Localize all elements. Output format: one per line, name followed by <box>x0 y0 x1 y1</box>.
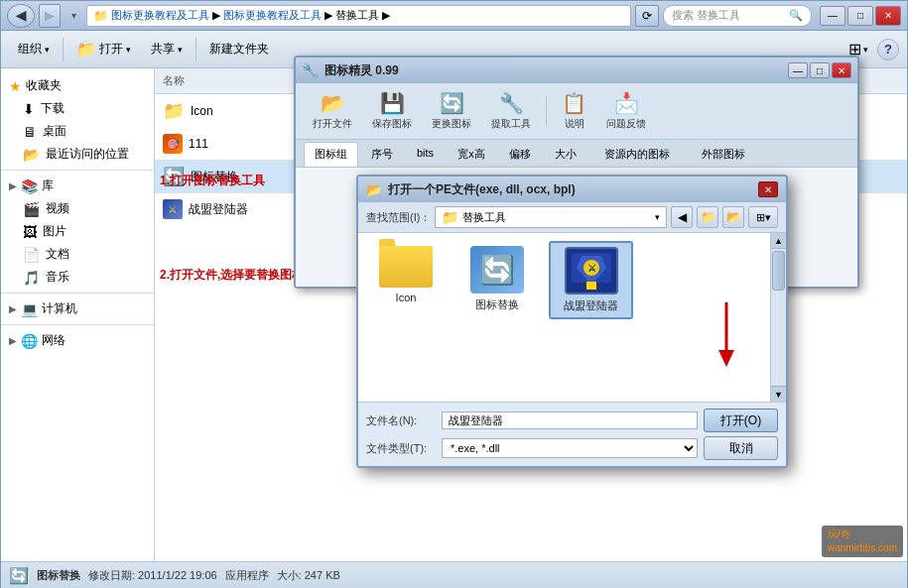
scrollbar-up[interactable]: ▲ <box>771 233 786 249</box>
help-button[interactable]: ? <box>877 39 899 60</box>
filetype-select[interactable]: *.exe, *.dll <box>442 438 698 458</box>
new-folder-button[interactable]: 新建文件夹 <box>200 36 278 62</box>
network-label: 网络 <box>42 332 65 349</box>
wiz-tool-feedback[interactable]: 📩 问题反馈 <box>597 87 655 135</box>
wizard-close[interactable]: ✕ <box>832 62 851 78</box>
breadcrumb: 📁 图标更换教程及工具 ▶ 图标更换教程及工具 ▶ 替换工具 ▶ <box>86 5 631 27</box>
icon-111: 🎯 <box>163 134 183 154</box>
dialog-scrollbar[interactable]: ▲ ▼ <box>770 233 786 402</box>
maximize-button[interactable]: □ <box>847 6 873 26</box>
library-section: ▶ 📚 库 🎬 视频 🖼 图片 📄 文档 🎵 <box>1 175 154 289</box>
file-dialog-title: 打开一个PE文件(exe, dll, ocx, bpl) <box>388 181 758 198</box>
dialog-nav-up[interactable]: 📁 <box>697 206 718 228</box>
wiz-save-icon: 💾 <box>380 91 405 115</box>
favorites-header[interactable]: ★ 收藏夹 <box>1 74 154 97</box>
breadcrumb-segment-1[interactable]: 图标更换教程及工具 <box>111 8 209 23</box>
wiz-tab-1[interactable]: 序号 <box>360 142 404 167</box>
folder-icon-icon: 📁 <box>163 100 185 122</box>
dialog-file-game[interactable]: ⚔ 战盟登陆器 <box>549 241 633 319</box>
wiz-tab-5[interactable]: 大小 <box>544 142 587 167</box>
library-expand-icon: ▶ <box>9 180 17 191</box>
wiz-tool-open[interactable]: 📂 打开文件 <box>304 87 361 135</box>
sidebar-divider-3 <box>1 324 154 325</box>
open-button[interactable]: 📁 打开 ▾ <box>67 35 140 63</box>
sidebar-item-video[interactable]: 🎬 视频 <box>1 197 154 220</box>
filename-input[interactable] <box>442 412 698 429</box>
scrollbar-down[interactable]: ▼ <box>771 386 786 402</box>
refresh-button[interactable]: ⟳ <box>635 5 659 27</box>
sidebar-item-desktop[interactable]: 🖥 桌面 <box>1 120 154 143</box>
wiz-tab-6[interactable]: 资源内的图标 <box>589 142 685 167</box>
wizard-title-text: 图标精灵 0.99 <box>324 62 788 79</box>
wiz-extract-label: 提取工具 <box>491 117 531 131</box>
wiz-feedback-icon: 📩 <box>614 91 639 115</box>
main-window: ◀ ▶ ▾ 📁 图标更换教程及工具 ▶ 图标更换教程及工具 ▶ 替换工具 ▶ ⟳… <box>0 0 908 588</box>
wizard-maximize[interactable]: □ <box>810 62 830 78</box>
filename-label: 文件名(N): <box>366 413 436 428</box>
file-dialog-close[interactable]: ✕ <box>758 181 778 197</box>
network-header[interactable]: ▶ 🌐 网络 <box>1 329 154 352</box>
wiz-tool-save[interactable]: 💾 保存图标 <box>363 87 421 135</box>
nav-forward-button[interactable]: ▶ <box>39 4 61 28</box>
scrollbar-thumb[interactable] <box>772 251 785 291</box>
network-section: ▶ 🌐 网络 <box>1 329 154 352</box>
wizard-title-icon: 🔧 <box>302 62 319 78</box>
organize-button[interactable]: 组织 ▾ <box>9 36 59 62</box>
sidebar-item-document[interactable]: 📄 文档 <box>1 243 154 266</box>
computer-header[interactable]: ▶ 💻 计算机 <box>1 297 154 320</box>
dialog-nav-new[interactable]: 📂 <box>722 206 744 228</box>
minimize-button[interactable]: — <box>820 6 845 26</box>
open-action-button[interactable]: 打开(O) <box>704 409 778 432</box>
wiz-tool-extract[interactable]: 🔧 提取工具 <box>482 87 540 135</box>
svg-marker-11 <box>718 350 734 367</box>
wizard-titlebar: 🔧 图标精灵 0.99 — □ ✕ <box>296 58 857 83</box>
breadcrumb-segment-3[interactable]: 替换工具 <box>335 8 379 23</box>
view-dropdown-icon: ▾ <box>863 45 868 55</box>
status-name: 图标替换 <box>37 568 80 583</box>
dialog-view-select[interactable]: ⊞▾ <box>748 206 778 228</box>
wiz-tab-0[interactable]: 图标组 <box>304 142 358 167</box>
wiz-doc-label: 说明 <box>565 117 584 131</box>
share-button[interactable]: 共享 ▾ <box>142 36 192 62</box>
wizard-toolbar: 📂 打开文件 💾 保存图标 🔄 更换图标 🔧 提取工具 📋 说明 📩 <box>296 83 857 140</box>
cancel-button[interactable]: 取消 <box>704 436 778 460</box>
organize-dropdown-icon: ▾ <box>45 45 50 55</box>
watermark: 玩/奇 wanmirbbs.com <box>822 526 903 557</box>
sidebar-item-recent[interactable]: 📂 最近访问的位置 <box>1 143 154 166</box>
wiz-replace-icon: 🔄 <box>440 91 464 115</box>
wiz-tab-7[interactable]: 外部图标 <box>687 142 760 167</box>
dialog-file-icon-label: Icon <box>396 292 417 303</box>
open-label: 打开 <box>99 41 123 58</box>
open-dropdown-icon: ▾ <box>126 45 131 55</box>
look-in-select[interactable]: 📁 替换工具 ▾ <box>435 206 667 228</box>
library-header[interactable]: ▶ 📚 库 <box>1 175 154 197</box>
dialog-file-icon[interactable]: Icon <box>366 241 446 319</box>
nav-up-button[interactable]: ▾ <box>65 4 82 28</box>
sidebar-divider-2 <box>1 293 154 294</box>
wiz-sep <box>546 96 547 126</box>
wizard-minimize[interactable]: — <box>788 62 808 78</box>
picture-icon: 🖼 <box>23 224 37 240</box>
wiz-tab-2[interactable]: bits <box>406 142 445 167</box>
dialog-replace-icon: 🔄 <box>470 246 524 294</box>
wiz-tool-replace[interactable]: 🔄 更换图标 <box>423 87 480 135</box>
picture-label: 图片 <box>43 223 66 240</box>
search-box[interactable]: 搜索 替换工具 🔍 <box>663 5 812 27</box>
sidebar-item-picture[interactable]: 🖼 图片 <box>1 220 154 243</box>
computer-label: 计算机 <box>42 300 77 317</box>
music-label: 音乐 <box>46 269 69 286</box>
dialog-game-icon: ⚔ <box>565 247 618 294</box>
toolbar-sep-1 <box>63 38 64 61</box>
sidebar-item-music[interactable]: 🎵 音乐 <box>1 266 154 289</box>
wiz-tab-4[interactable]: 偏移 <box>498 142 542 167</box>
wiz-tool-doc[interactable]: 📋 说明 <box>553 87 595 135</box>
sidebar-item-download[interactable]: ⬇ 下载 <box>1 97 154 120</box>
dialog-file-replace[interactable]: 🔄 图标替换 <box>457 241 537 319</box>
folder-icon-dialog: 📁 <box>442 209 458 225</box>
breadcrumb-segment-2[interactable]: 图标更换教程及工具 <box>223 8 322 23</box>
dialog-nav-back[interactable]: ◀ <box>671 206 693 228</box>
music-icon: 🎵 <box>23 270 40 286</box>
wiz-tab-3[interactable]: 宽x高 <box>447 142 496 167</box>
nav-back-button[interactable]: ◀ <box>7 4 35 28</box>
close-button[interactable]: ✕ <box>875 6 901 26</box>
